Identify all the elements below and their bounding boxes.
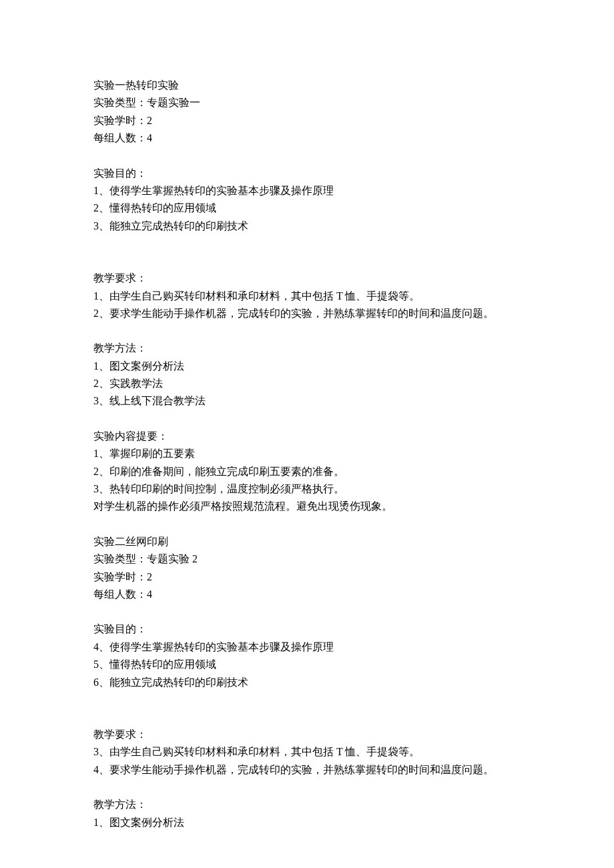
list-item: 3、线上线下混合教学法: [93, 392, 521, 410]
text-line: 实验类型：专题实验 2: [93, 550, 521, 568]
exp1-header: 实验一热转印实验 实验类型：专题实验一 实验学时：2 每组人数：4: [93, 77, 521, 147]
text-line: 实验一热转印实验: [93, 77, 521, 94]
text-line: 每组人数：4: [93, 586, 521, 603]
text-line: 实验学时：2: [93, 568, 521, 586]
text-line: 实验二丝网印刷: [93, 533, 521, 550]
text-line: 实验类型：专题实验一: [93, 94, 521, 111]
list-item: 2、要求学生能动手操作机器，完成转印的实验，并熟练掌握转印的时间和温度问题。: [93, 305, 521, 322]
exp2-requirements: 教学要求： 3、由学生自己购买转印材料和承印材料，其中包括 T 恤、手提袋等。 …: [93, 726, 521, 779]
exp1-methods: 教学方法： 1、图文案例分析法 2、实践教学法 3、线上线下混合教学法: [93, 340, 521, 410]
list-item: 5、懂得热转印的应用领域: [93, 656, 521, 673]
exp1-requirements: 教学要求： 1、由学生自己购买转印材料和承印材料，其中包括 T 恤、手提袋等。 …: [93, 270, 521, 322]
section-title: 教学方法：: [93, 796, 521, 813]
section-title: 实验内容提要：: [93, 428, 521, 445]
list-item: 4、使得学生掌握热转印的实验基本步骤及操作原理: [93, 638, 521, 656]
exp1-content: 实验内容提要： 1、掌握印刷的五要素 2、印刷的准备期间，能独立完成印刷五要素的…: [93, 428, 521, 516]
list-item: 4、要求学生能动手操作机器，完成转印的实验，并熟练掌握转印的时间和温度问题。: [93, 761, 521, 779]
list-item: 2、实践教学法: [93, 375, 521, 392]
list-item: 6、能独立完成热转印的印刷技术: [93, 674, 521, 691]
exp1-purpose: 实验目的： 1、使得学生掌握热转印的实验基本步骤及操作原理 2、懂得热转印的应用…: [93, 165, 521, 236]
text-line: 实验学时：2: [93, 112, 521, 129]
exp2-purpose: 实验目的： 4、使得学生掌握热转印的实验基本步骤及操作原理 5、懂得热转印的应用…: [93, 620, 521, 691]
section-title: 教学方法：: [93, 340, 521, 357]
list-item: 1、掌握印刷的五要素: [93, 445, 521, 462]
section-title: 教学要求：: [93, 726, 521, 743]
section-title: 实验目的：: [93, 165, 521, 182]
text-line: 每组人数：4: [93, 129, 521, 147]
section-title: 教学要求：: [93, 270, 521, 287]
list-item: 3、由学生自己购买转印材料和承印材料，其中包括 T 恤、手提袋等。: [93, 743, 521, 761]
list-item: 3、能独立完成热转印的印刷技术: [93, 218, 521, 235]
section-title: 实验目的：: [93, 620, 521, 638]
list-item: 2、懂得热转印的应用领域: [93, 199, 521, 217]
list-item: 1、使得学生掌握热转印的实验基本步骤及操作原理: [93, 182, 521, 199]
list-item: 对学生机器的操作必须严格按照规范流程。避免出现烫伤现象。: [93, 498, 521, 515]
list-item: 1、由学生自己购买转印材料和承印材料，其中包括 T 恤、手提袋等。: [93, 288, 521, 305]
exp2-header: 实验二丝网印刷 实验类型：专题实验 2 实验学时：2 每组人数：4: [93, 533, 521, 604]
list-item: 3、热转印印刷的时间控制，温度控制必须严格执行。: [93, 480, 521, 498]
list-item: 1、图文案例分析法: [93, 358, 521, 375]
list-item: 2、印刷的准备期间，能独立完成印刷五要素的准备。: [93, 463, 521, 480]
list-item: 1、图文案例分析法: [93, 814, 521, 831]
exp2-methods: 教学方法： 1、图文案例分析法: [93, 796, 521, 831]
